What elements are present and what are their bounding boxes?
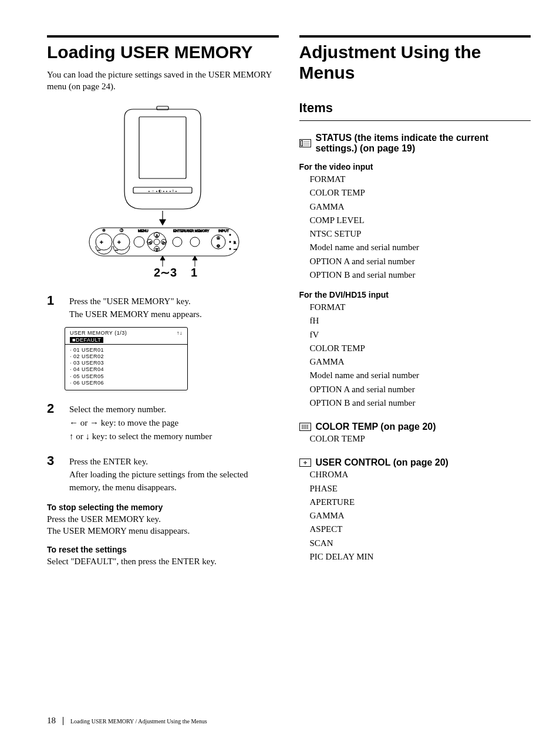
input-label: INPUT [218,229,229,233]
list-item: SCAN [310,537,531,550]
svg-marker-40 [160,256,165,260]
stop-line-1: Press the USER MEMORY key. [47,513,279,525]
heading-adjustment-using-menus: Adjustment Using the Menus [299,42,531,83]
list-item: CHROMA [310,468,531,481]
svg-text:⊸: ⊸ [234,247,237,252]
page-footer: 18 Loading USER MEMORY / Adjustment Usin… [47,716,207,726]
menu-arrows: ↑↓ [177,330,183,336]
list-item: OPTION A and serial number [310,383,531,396]
menu-entry: · 03 USER03 [70,360,183,366]
svg-text:−: − [115,247,118,253]
list-item: fV [310,328,531,342]
step-number: 2 [47,401,60,443]
svg-text:▷: ▷ [163,241,166,244]
step-2-line-2: ← or → key: to move the page [69,416,212,430]
svg-text:▽: ▽ [156,248,158,251]
svg-text:+: + [117,239,121,245]
up-arrow-icon: ↑ [69,431,74,441]
thin-rule [299,120,531,121]
user-control-head-text: USER CONTROL (on page 20) [316,457,448,468]
user-memory-label: USER MEMORY [185,229,210,233]
reset-line-1: Select "DEFAULT", then press the ENTER k… [47,555,279,567]
rule [47,35,279,38]
step-number: 1 [47,293,60,321]
heading-loading-user-memory: Loading USER MEMORY [47,42,279,63]
svg-text:+: + [100,239,103,245]
enter-label: ENTER [173,229,185,233]
list-item: OPTION B and serial number [310,268,531,282]
right-column: Adjustment Using the Menus Items STATUS … [299,35,531,567]
step-3-line-2: After loading the picture settings from … [69,469,279,494]
items-subheading: Items [299,100,531,116]
list-item: NTSC SETUP [310,227,531,241]
list-item: Model name and serial number [310,241,531,254]
svg-text:☼: ☼ [102,228,106,233]
color-temp-head-text: COLOR TEMP (on page 20) [316,422,436,432]
monitor-dots: ∘ ☼ ∘ ◐ ∘ ∘ ∘ ◊ ∘ [149,189,177,193]
svg-text:R: R [234,241,236,244]
menu-entry: · 06 USER06 [70,380,183,386]
step-1-line-1: Press the "USER MEMORY" key. [69,295,202,308]
menu-entry: · 04 USER04 [70,366,183,373]
color-temp-icon [299,423,311,431]
stop-selecting-heading: To stop selecting the memory [47,503,279,512]
menu-entry: · 02 USER02 [70,353,183,360]
svg-text:◁: ◁ [149,241,151,244]
reset-heading: To reset the settings [47,545,279,554]
status-head-text: STATUS (the items indicate the current s… [316,133,531,154]
step-number: 3 [47,453,60,494]
page-number: 18 [47,716,56,726]
menu-default: DEFAULT [76,337,101,343]
down-arrow-icon: ↓ [86,431,90,441]
svg-text:△: △ [217,237,220,240]
step-2-line-1: Select the memory number. [69,403,212,416]
step-2-line-3: ↑ or ↓ key: to select the memory number [69,430,212,443]
svg-marker-4 [160,220,166,225]
list-item: COLOR TEMP [310,432,531,446]
list-item: Model name and serial number [310,369,531,382]
footer-separator [63,717,63,725]
svg-marker-38 [193,256,197,260]
svg-text:△: △ [156,234,158,237]
status-icon [299,139,311,147]
svg-rect-46 [299,423,311,431]
svg-point-33 [230,241,231,242]
svg-point-25 [173,237,182,247]
list-item: FORMAT [310,301,531,314]
step-1-line-2: The USER MEMORY menu appears. [69,308,202,321]
left-arrow-icon: ← [69,417,78,427]
svg-rect-42 [301,141,302,146]
user-control-section-head: USER CONTROL (on page 20) [299,457,531,468]
stop-line-2: The USER MEMORY menu disappears. [47,525,279,537]
user-memory-menu-figure: USER MEMORY (1/3) ↑↓ ■DEFAULT · 01 USER0… [65,327,188,391]
svg-point-32 [230,234,231,235]
svg-text:▽: ▽ [217,245,220,248]
step-3-line-1: Press the ENTER key. [69,456,279,469]
menu-entry: · 05 USER05 [70,373,183,380]
svg-point-14 [134,237,144,247]
footer-text: Loading USER MEMORY / Adjustment Using t… [70,718,207,725]
list-item: GAMMA [310,509,531,523]
svg-point-16 [154,239,160,245]
right-arrow-icon: → [90,417,99,427]
list-item: OPTION B and serial number [310,396,531,410]
list-item: APERTURE [310,496,531,509]
list-item: COLOR TEMP [310,186,531,200]
monitor-figure: ∘ ☼ ∘ ◐ ∘ ∘ ∘ ◊ ∘ + − ☼ + − ◐ MENU [75,100,251,282]
svg-point-35 [230,248,231,250]
step-2: 2 Select the memory number. ← or → key: … [47,401,279,443]
status-section-head: STATUS (the items indicate the current s… [299,133,531,154]
svg-text:◐: ◐ [120,228,123,233]
list-item: GAMMA [310,200,531,214]
list-item: ASPECT [310,523,531,536]
list-item: OPTION A and serial number [310,255,531,268]
step-3: 3 Press the ENTER key. After loading the… [47,453,279,494]
list-item: PHASE [310,482,531,496]
menu-title: USER MEMORY (1/3) [70,330,127,336]
intro-text: You can load the picture settings saved … [47,69,279,93]
list-item: fH [310,314,531,328]
menu-label: MENU [138,229,149,233]
step-1: 1 Press the "USER MEMORY" key. The USER … [47,293,279,321]
callout-1: 1 [191,266,197,279]
svg-rect-1 [139,117,186,178]
